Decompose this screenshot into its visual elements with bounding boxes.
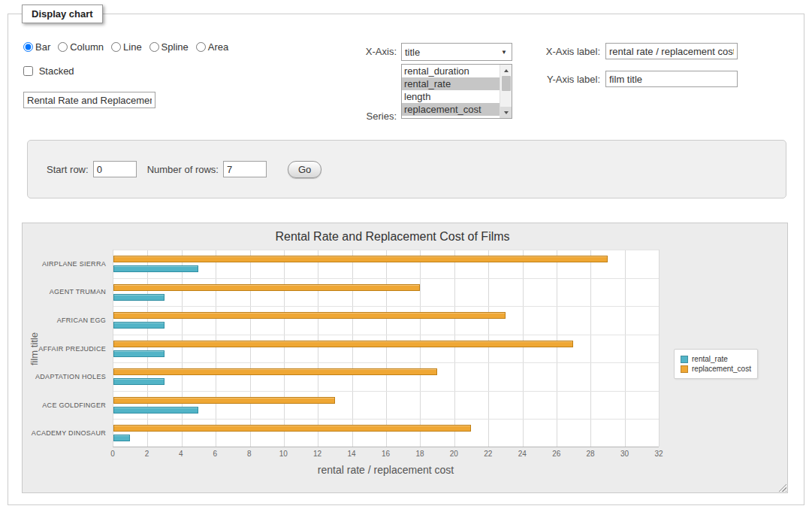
bar-replacement_cost [113, 425, 471, 432]
chart-type-label: Column [70, 41, 104, 53]
xaxis-select-value: title [405, 47, 501, 58]
gridline [590, 250, 591, 447]
category-label: AFRICAN EGG [57, 317, 106, 324]
go-button[interactable]: Go [288, 161, 321, 178]
resize-handle-icon[interactable] [777, 482, 786, 492]
chart-type-radio-bar[interactable] [23, 42, 33, 52]
xaxis-label-input[interactable] [605, 43, 738, 59]
gridline [284, 250, 285, 447]
series-option-rental_duration[interactable]: rental_duration [402, 65, 500, 77]
x-tick-label: 20 [450, 450, 458, 458]
bar-rental_rate [113, 435, 130, 441]
chart-type-radio-line[interactable] [111, 42, 121, 52]
legend-item-replacement_cost[interactable]: replacement_cost [681, 365, 751, 373]
x-tick-label: 12 [313, 450, 321, 458]
bar-replacement_cost [113, 341, 573, 347]
category-label: AFFAIR PREJUDICE [38, 345, 106, 353]
x-tick-label: 14 [348, 450, 356, 458]
series-listbox[interactable]: rental_durationrental_ratelengthreplacem… [401, 64, 512, 119]
category-label: AGENT TRUMAN [50, 288, 106, 295]
category-label: ACADEMY DINOSAUR [32, 429, 106, 437]
gridline [147, 250, 148, 447]
chart-type-radio-spline[interactable] [149, 42, 159, 52]
x-axis-ticks: 02468101214161820222426283032 [113, 450, 659, 460]
display-chart-legend[interactable]: Display chart [22, 5, 103, 23]
bar-replacement_cost [113, 368, 437, 375]
category-labels: AIRPLANE SIERRAAGENT TRUMANAFRICAN EGGAF… [23, 250, 110, 447]
bar-rental_rate [113, 294, 165, 301]
yaxis-label-field-label: Y-Axis label: [500, 74, 600, 85]
x-tick-label: 0 [110, 450, 115, 458]
x-tick-label: 2 [145, 450, 149, 458]
gridline [216, 250, 216, 447]
stacked-label: Stacked [39, 65, 74, 77]
stacked-checkbox[interactable] [23, 66, 33, 76]
chart-type-option-area[interactable]: Area [196, 41, 228, 53]
yaxis-label-input[interactable] [605, 71, 738, 87]
bar-rental_rate [113, 265, 198, 272]
bar-rental_rate [113, 407, 198, 414]
chart-panel: Rental Rate and Replacement Cost of Film… [22, 223, 788, 493]
gridline [113, 335, 659, 335]
bar-replacement_cost [113, 256, 608, 262]
start-row-input[interactable] [93, 161, 137, 177]
series-listbox-options: rental_durationrental_ratelengthreplacem… [402, 65, 500, 118]
gridline [557, 250, 557, 447]
x-axis-title: rental rate / replacement cost [113, 464, 659, 476]
gridline [250, 250, 251, 447]
gridline [625, 250, 626, 447]
bar-replacement_cost [113, 397, 335, 404]
chart-type-radio-area[interactable] [196, 42, 206, 52]
category-label: AIRPLANE SIERRA [42, 260, 106, 268]
chart-legend: rental_ratereplacement_cost [674, 349, 758, 379]
xaxis-select[interactable]: title ▼ [401, 43, 512, 61]
plot-area [113, 250, 659, 447]
series-option-replacement_cost[interactable]: replacement_cost [402, 103, 500, 116]
category-label: ADAPTATION HOLES [35, 373, 106, 380]
bar-replacement_cost [113, 312, 506, 319]
gridline [113, 391, 659, 392]
legend-label: rental_rate [692, 355, 728, 363]
num-rows-input[interactable] [223, 161, 267, 177]
chart-type-option-spline[interactable]: Spline [149, 41, 189, 53]
legend-label: replacement_cost [692, 365, 751, 373]
stacked-option[interactable]: Stacked [23, 65, 74, 77]
category-label: ACE GOLDFINGER [42, 401, 106, 409]
x-tick-label: 26 [552, 450, 560, 458]
display-chart-panel: Display chart BarColumnLineSplineArea St… [8, 14, 804, 505]
chart-type-label: Line [123, 41, 142, 53]
x-tick-label: 24 [518, 450, 527, 458]
x-tick-label: 22 [484, 450, 492, 458]
legend-item-rental_rate[interactable]: rental_rate [681, 355, 751, 363]
chart-type-radio-column[interactable] [58, 42, 68, 52]
chart-type-option-bar[interactable]: Bar [23, 41, 50, 53]
num-rows-label: Number of rows: [147, 164, 219, 175]
bar-rental_rate [113, 378, 165, 385]
x-tick-label: 4 [179, 450, 183, 458]
legend-swatch-icon [681, 356, 688, 363]
gridline [113, 278, 659, 279]
rows-panel: Start row: Number of rows: Go [27, 140, 786, 198]
gridline [113, 306, 659, 307]
x-tick-label: 28 [587, 450, 595, 458]
chart-type-label: Spline [161, 41, 189, 53]
gridline [352, 250, 353, 447]
gridline [113, 250, 659, 250]
chart-title-input[interactable] [23, 92, 155, 108]
chart-type-radios: BarColumnLineSplineArea [23, 41, 236, 53]
series-option-length[interactable]: length [402, 90, 500, 103]
start-row-label: Start row: [47, 164, 89, 175]
gridline [454, 250, 455, 447]
chart-type-option-line[interactable]: Line [111, 41, 142, 53]
x-tick-label: 32 [654, 450, 663, 458]
gridline [659, 250, 660, 447]
chart-type-option-column[interactable]: Column [58, 41, 104, 53]
x-tick-label: 10 [279, 450, 288, 458]
gridline [386, 250, 387, 447]
series-listbox-scrollbar[interactable] [500, 65, 512, 118]
scroll-down-icon[interactable] [500, 107, 512, 118]
x-tick-label: 6 [213, 450, 218, 458]
xaxis-select-label: X-Axis: [324, 46, 397, 57]
series-option-rental_rate[interactable]: rental_rate [402, 77, 500, 90]
gridline [113, 419, 659, 420]
